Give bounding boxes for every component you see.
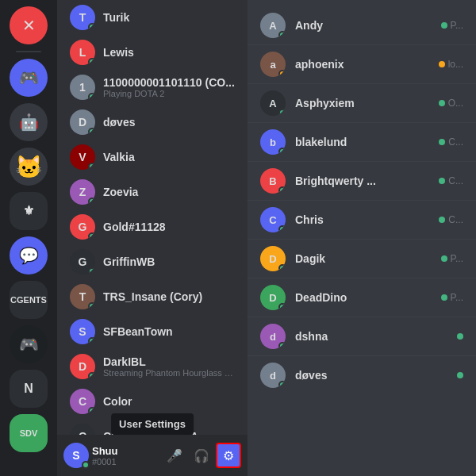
friend-name: Color bbox=[103, 395, 235, 408]
right-friend-name: Asphyxiem bbox=[295, 97, 439, 109]
friend-item-valkia[interactable]: V Valkia bbox=[63, 140, 241, 175]
right-avatar-dagik: D bbox=[260, 246, 286, 271]
right-status-info: P... bbox=[441, 292, 463, 303]
friend-avatar-lewis: L bbox=[70, 40, 95, 65]
right-friend-item-aphoenix[interactable]: a aphoenix lo... bbox=[248, 44, 476, 83]
right-avatar-brightqwerty: B bbox=[260, 168, 286, 194]
friend-name: 1100000001101110 (CO... bbox=[103, 76, 235, 89]
server-icon-chat[interactable]: 💬 bbox=[10, 236, 48, 274]
friend-item-color[interactable]: C Color bbox=[63, 384, 241, 419]
right-status-info: P... bbox=[441, 20, 463, 31]
friend-name: Lewis bbox=[103, 46, 235, 59]
status-dot-online bbox=[439, 217, 445, 223]
server-icon-cat[interactable]: 🐱 bbox=[10, 148, 48, 186]
user-bar: User Settings S Shuu #0001 🎤 🎧 ⚙ bbox=[57, 435, 248, 476]
friend-item-sfbeantown[interactable]: S SFBeanTown bbox=[63, 314, 241, 349]
server-icon-discord[interactable]: 🎮 bbox=[10, 59, 48, 97]
server-icon-sdv[interactable]: SDV bbox=[10, 414, 48, 452]
friend-item-lewis[interactable]: L Lewis bbox=[63, 35, 241, 70]
right-avatar-blakelund: b bbox=[260, 129, 286, 155]
status-dot bbox=[88, 58, 95, 65]
right-friend-item-andy[interactable]: A Andy P... bbox=[248, 6, 476, 44]
right-friend-name: aphoenix bbox=[295, 58, 439, 71]
status-dot bbox=[88, 267, 95, 274]
friend-item-1100[interactable]: 1 1100000001101110 (CO... Playing DOTA 2 bbox=[63, 70, 241, 105]
friend-status: Streaming Phantom Hourglass w... bbox=[103, 368, 235, 378]
server-divider bbox=[16, 51, 41, 52]
deafen-button[interactable]: 🎧 bbox=[189, 443, 214, 468]
user-bar-controls: 🎤 🎧 ⚙ bbox=[162, 443, 241, 468]
friend-status: Playing DOTA 2 bbox=[103, 89, 235, 98]
right-friend-name: dshna bbox=[295, 330, 457, 343]
friend-item-zoevia[interactable]: Z Zoevia bbox=[63, 175, 241, 209]
friend-avatar-trs: T bbox=[70, 284, 95, 309]
status-dot bbox=[278, 31, 286, 38]
right-friend-item-doves[interactable]: d døves bbox=[248, 355, 476, 394]
mute-button[interactable]: 🎤 bbox=[162, 443, 187, 468]
settings-button[interactable]: ⚙ bbox=[216, 443, 241, 468]
friend-name: Zoevia bbox=[103, 186, 235, 198]
friend-item-gold[interactable]: G Gold#11128 bbox=[63, 209, 241, 244]
friend-avatar-darkibl: D bbox=[70, 354, 95, 379]
status-dot bbox=[278, 225, 286, 232]
user-status-dot bbox=[82, 461, 90, 469]
right-status-info bbox=[457, 372, 463, 378]
right-status-info: lo... bbox=[439, 59, 463, 70]
right-friend-item-asphyxiem[interactable]: A Asphyxiem O... bbox=[248, 83, 476, 122]
friend-item-trs[interactable]: T TRS_Insane (Cory) bbox=[63, 279, 241, 314]
server-sidebar: ✕ 🎮 🤖 🐱 ⚜ 💬 CGENTS 🎮 N SDV bbox=[0, 0, 57, 476]
friend-item-crazyzombie[interactable]: C Crazyzombie ~cIA... bbox=[63, 419, 241, 435]
status-text: O... bbox=[448, 98, 463, 109]
right-friend-item-dagik[interactable]: D Dagik P... bbox=[248, 239, 476, 278]
friend-avatar-zoevia: Z bbox=[70, 179, 95, 205]
cgents-label: CGENTS bbox=[10, 296, 47, 305]
status-text: C... bbox=[448, 175, 463, 186]
right-avatar-dshna: d bbox=[260, 324, 286, 349]
user-avatar: S bbox=[63, 443, 89, 468]
friend-info: Lewis bbox=[103, 46, 235, 59]
right-avatar-deaddino: D bbox=[260, 285, 286, 310]
server-icon-cgents[interactable]: CGENTS bbox=[10, 281, 48, 319]
status-dot bbox=[278, 109, 286, 116]
friend-item-darkibl[interactable]: D DarkIBL Streaming Phantom Hourglass w.… bbox=[63, 349, 241, 384]
friend-item-turik[interactable]: T Turik bbox=[63, 0, 241, 35]
server-icon-empyrean[interactable]: ⚜ bbox=[10, 192, 48, 230]
status-dot-idle bbox=[439, 61, 445, 67]
friend-name: Turik bbox=[103, 11, 235, 24]
server-icon-bot[interactable]: 🤖 bbox=[10, 103, 48, 141]
status-dot bbox=[88, 163, 95, 170]
friend-name: GriffinWB bbox=[103, 255, 235, 268]
right-friend-item-chris[interactable]: C Chris C... bbox=[248, 200, 476, 239]
friend-info: Gold#11128 bbox=[103, 221, 235, 233]
status-dot bbox=[278, 264, 286, 271]
right-friends-list: A Andy P... a aphoenix lo... bbox=[248, 0, 476, 476]
friend-avatar-1100: 1 bbox=[70, 75, 95, 100]
status-text: lo... bbox=[448, 59, 463, 70]
cat-icon: 🐱 bbox=[15, 154, 43, 180]
right-friend-name: blakelund bbox=[295, 136, 439, 148]
friend-avatar-griffinwb: G bbox=[70, 249, 95, 274]
server-icon-s1[interactable]: ✕ bbox=[10, 6, 48, 44]
right-status-info: O... bbox=[439, 98, 463, 109]
server-icon-games[interactable]: 🎮 bbox=[10, 325, 48, 363]
right-friend-item-brightqwerty[interactable]: B Brightqwerty ... C... bbox=[248, 161, 476, 200]
friend-avatar-gold: G bbox=[70, 214, 95, 240]
status-dot bbox=[88, 23, 95, 30]
right-friend-item-dshna[interactable]: d dshna bbox=[248, 317, 476, 355]
right-friend-item-blakelund[interactable]: b blakelund C... bbox=[248, 122, 476, 161]
status-dot-online bbox=[441, 255, 447, 262]
discord-icon: 🎮 bbox=[19, 68, 39, 87]
status-dot bbox=[88, 232, 95, 240]
friend-item-griffinwb[interactable]: G GriffinWB bbox=[63, 244, 241, 279]
friend-avatar-doves: D bbox=[70, 109, 95, 135]
status-dot bbox=[278, 186, 286, 194]
server-icon-n[interactable]: N bbox=[10, 370, 48, 408]
user-bar-info: Shuu #0001 bbox=[92, 445, 159, 466]
friend-name: Valkia bbox=[103, 151, 235, 163]
friend-info: Zoevia bbox=[103, 186, 235, 198]
bot-icon: 🤖 bbox=[19, 113, 39, 132]
right-panel: A Andy P... a aphoenix lo... bbox=[248, 0, 476, 476]
friend-avatar-sfbeantown: S bbox=[70, 319, 95, 344]
right-friend-item-deaddino[interactable]: D DeadDino P... bbox=[248, 278, 476, 317]
friend-item-doves[interactable]: D døves bbox=[63, 105, 241, 140]
